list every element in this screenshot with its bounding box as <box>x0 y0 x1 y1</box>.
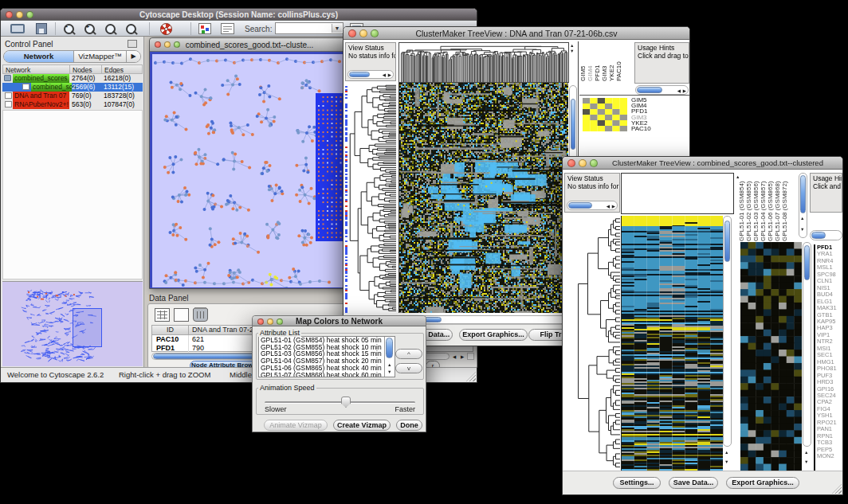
zoom-selected-icon[interactable] <box>125 23 137 35</box>
id-column-header[interactable]: ID <box>152 326 189 334</box>
close-button[interactable] <box>155 41 161 48</box>
attribute-list-scrollbar[interactable]: ▲ ▼ <box>384 337 394 377</box>
scrollbar-thumb[interactable] <box>568 202 592 209</box>
col-header-nodes[interactable]: Nodes <box>69 65 101 73</box>
minimize-button[interactable] <box>359 29 367 37</box>
scrollbar-thumb[interactable] <box>386 338 393 358</box>
scroll-down-icon[interactable]: ▼ <box>804 459 808 464</box>
network-row-combined-sco-selected[interactable]: combined_sco 2569(6) 13112(15) <box>2 83 143 92</box>
tab-network[interactable]: Network <box>4 51 74 62</box>
scrollbar-thumb[interactable] <box>637 87 662 93</box>
help-lifesaver-icon[interactable] <box>160 23 172 35</box>
scroll-down-icon[interactable]: ▼ <box>800 227 804 232</box>
scroll-up-icon[interactable]: ▲ <box>724 450 728 455</box>
minimize-button[interactable] <box>164 41 171 48</box>
zoom-heatmap-canvas[interactable] <box>740 242 802 471</box>
network-row-combined-scores[interactable]: combined_scores 2764(0) 16218(0) <box>2 74 143 83</box>
network-view-titlebar[interactable]: combined_scores_good.txt--cluste... <box>150 38 349 52</box>
animate-vizmap-button[interactable]: Animate Vizmap <box>264 420 328 431</box>
minimize-button[interactable] <box>579 159 587 167</box>
zoom-fit-icon[interactable] <box>104 23 116 35</box>
export-graphics-button[interactable]: Export Graphics... <box>459 329 528 341</box>
zoom-button[interactable] <box>371 29 379 37</box>
minimize-button[interactable] <box>267 318 273 325</box>
treeview-combined-titlebar[interactable]: ClusterMaker TreeView : combined_scores_… <box>563 157 842 170</box>
treeview-dna-titlebar[interactable]: ClusterMaker TreeView : DNA and Tran 07-… <box>344 27 689 40</box>
scroll-up-icon[interactable]: ▲ <box>570 43 574 48</box>
scroll-down-icon[interactable]: ▼ <box>387 369 391 374</box>
move-up-button[interactable]: ^ <box>395 349 422 359</box>
birdseye-view[interactable] <box>2 281 143 366</box>
open-file-icon[interactable] <box>10 24 25 33</box>
row-dendrogram-canvas[interactable] <box>564 216 620 471</box>
scroll-left-icon[interactable]: ◀ <box>607 204 610 209</box>
attribute-list[interactable]: GPL51-01 (GSM854) heat shock 05 minGPL51… <box>258 336 395 377</box>
scroll-up-icon[interactable]: ▲ <box>800 216 804 221</box>
zoom-heatmap-scrollbar[interactable] <box>803 242 811 447</box>
dialog-titlebar[interactable]: Map Colors to Network <box>253 316 426 326</box>
scrollbar-thumb[interactable] <box>724 221 730 262</box>
close-button[interactable] <box>567 159 575 167</box>
scroll-left-icon[interactable]: ◀ <box>677 88 681 93</box>
zoom-button[interactable] <box>26 11 33 18</box>
vizmap-icon[interactable] <box>198 23 211 34</box>
view-status-scrollbar[interactable]: ◀ ▶ <box>347 70 394 79</box>
close-button[interactable] <box>348 29 356 37</box>
export-graphics-button[interactable]: Export Graphics... <box>726 477 799 489</box>
minimize-button[interactable] <box>16 11 23 18</box>
tab-vizmapper[interactable]: VizMapper™ <box>74 51 127 62</box>
view-status-scrollbar[interactable]: ◀ ▶ <box>567 201 618 210</box>
scrollbar-thumb[interactable] <box>811 232 826 239</box>
network-row-rnapuber[interactable]: RNAPuberNov2+! 563(0) 107847(0) <box>2 100 143 109</box>
network-row-dna-tran[interactable]: DNA and Tran 07 769(0) 183728(0) <box>2 92 143 100</box>
settings-button[interactable]: Settings... <box>613 477 661 489</box>
move-down-button[interactable]: v <box>395 363 422 373</box>
row-dendrogram-canvas[interactable] <box>345 83 396 313</box>
scroll-right-icon[interactable]: ▶ <box>612 204 615 209</box>
heatmap-vscrollbar[interactable] <box>723 216 732 447</box>
usage-hints-scrollbar[interactable] <box>810 230 842 240</box>
resize-grip[interactable] <box>832 484 842 494</box>
done-button[interactable]: Done <box>396 420 422 431</box>
search-dropdown-icon[interactable]: ▼ <box>332 24 342 33</box>
heatmap-canvas[interactable] <box>621 216 723 471</box>
annotation-icon[interactable] <box>221 23 234 34</box>
zoom-in-icon[interactable]: + <box>84 23 96 35</box>
scrollbar-thumb[interactable] <box>800 175 806 213</box>
correlation-matrix-canvas[interactable] <box>583 98 627 131</box>
scroll-right-icon[interactable]: ▶ <box>683 88 686 93</box>
zoom-button[interactable] <box>590 159 598 167</box>
trash-icon[interactable] <box>193 308 208 322</box>
scroll-right-icon[interactable]: ▶ <box>461 354 464 359</box>
tab-overflow-arrow[interactable]: ▶ <box>127 51 140 62</box>
usage-hints-scrollbar[interactable]: ◀ ▶ <box>635 85 689 95</box>
scroll-right-icon[interactable]: ▶ <box>388 72 391 77</box>
scroll-left-icon[interactable]: ◀ <box>453 354 456 359</box>
scroll-left-icon[interactable]: ◀ <box>383 72 386 77</box>
col-header-network[interactable]: Network <box>2 65 69 73</box>
zoom-out-icon[interactable]: - <box>63 23 75 35</box>
close-button[interactable] <box>257 318 264 325</box>
close-button[interactable] <box>6 11 13 18</box>
scroll-up-icon[interactable]: ▲ <box>804 450 808 455</box>
scroll-up-icon[interactable]: ▲ <box>387 362 391 367</box>
scroll-down-icon[interactable]: ▼ <box>570 49 574 53</box>
table-icon[interactable] <box>155 308 170 322</box>
scrollbar-thumb[interactable] <box>571 99 575 150</box>
save-icon[interactable] <box>36 23 47 34</box>
speed-slider-thumb[interactable] <box>341 397 351 408</box>
scrollbar-thumb[interactable] <box>804 245 810 280</box>
birdseye-canvas[interactable] <box>2 283 141 366</box>
heatmap-canvas[interactable] <box>398 83 568 313</box>
search-input[interactable]: ▼ <box>275 22 344 34</box>
save-data-button[interactable]: Save Data... <box>669 477 718 489</box>
zoom-button[interactable] <box>174 41 180 48</box>
col-header-edges[interactable]: Edges <box>101 65 142 73</box>
network-graph-canvas[interactable] <box>152 54 348 287</box>
scrollbar-thumb[interactable] <box>349 72 370 77</box>
speed-slider-track[interactable] <box>265 401 415 404</box>
cytoscape-titlebar[interactable]: Cytoscape Desktop (Session Name: collins… <box>1 9 477 21</box>
column-dendrogram-canvas[interactable] <box>398 42 569 83</box>
zoom-button[interactable] <box>277 318 283 325</box>
scroll-down-icon[interactable]: ▼ <box>724 459 728 464</box>
